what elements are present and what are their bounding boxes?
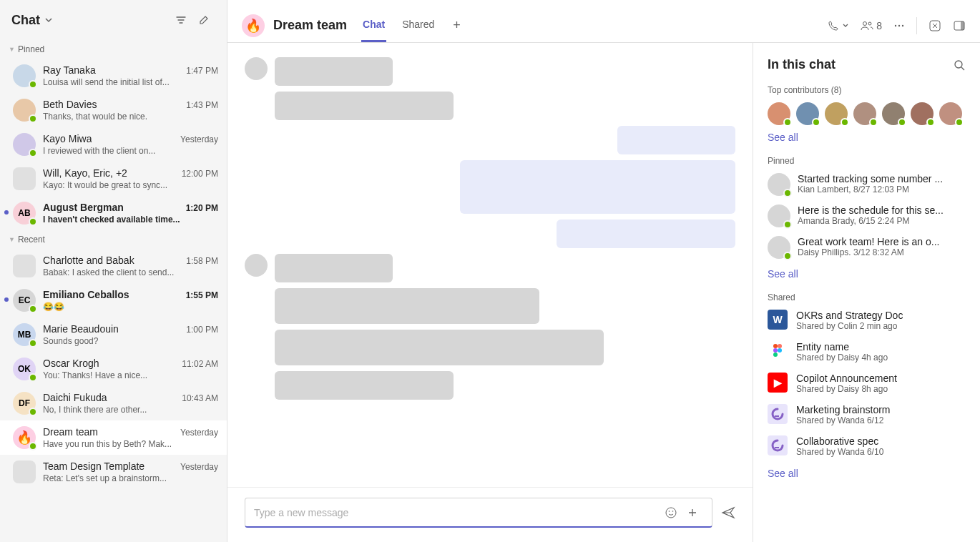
people-button[interactable]: 8 <box>861 20 882 31</box>
recent-section-label[interactable]: ▼ Recent <box>0 230 227 249</box>
chat-preview: Babak: I asked the client to send... <box>43 267 218 277</box>
chevron-down-icon[interactable] <box>44 16 53 24</box>
chat-title: Dream team <box>273 18 347 33</box>
svg-point-11 <box>955 61 962 68</box>
shared-meta: Shared by Daisy 4h ago <box>796 353 966 363</box>
tab-shared[interactable]: Shared <box>401 9 436 42</box>
attach-icon[interactable] <box>682 506 703 519</box>
message-input[interactable] <box>254 507 660 518</box>
chat-list-item[interactable]: 🔥Dream teamYesterdayHave you run this by… <box>0 420 227 455</box>
chat-list-item[interactable]: ABAugust Bergman1:20 PMI haven't checked… <box>0 196 227 230</box>
avatar <box>13 460 36 483</box>
shared-meta: Shared by Wanda 6/12 <box>796 415 966 425</box>
pinned-title: Started tracking some number ... <box>798 173 966 184</box>
panel-toggle-icon[interactable] <box>953 19 966 32</box>
avatar <box>768 205 790 227</box>
chat-name: Charlotte and Babak <box>43 255 134 266</box>
shared-title: OKRs and Strategy Doc <box>796 310 966 321</box>
avatar[interactable] <box>939 102 962 125</box>
chat-time: 12:00 PM <box>182 169 218 179</box>
pinned-message[interactable]: Started tracking some number ...Kian Lam… <box>768 173 966 196</box>
avatar[interactable] <box>882 102 905 125</box>
message-bubble[interactable] <box>275 371 454 400</box>
chat-list-item[interactable]: DFDaichi Fukuda10:43 AMNo, I think there… <box>0 386 227 420</box>
chat-name: Emiliano Ceballos <box>43 289 129 300</box>
message-row <box>245 126 735 154</box>
chat-list-item[interactable]: OKOscar Krogh11:02 AMYou: Thanks! Have a… <box>0 352 227 386</box>
message-bubble[interactable] <box>275 254 393 282</box>
shared-title: Marketing brainstorm <box>796 404 966 415</box>
chat-time: 1:55 PM <box>186 290 218 300</box>
file-icon: ▶ <box>768 373 788 393</box>
avatar: OK <box>13 358 36 380</box>
conversation-area[interactable] <box>227 43 753 487</box>
svg-point-15 <box>778 348 782 353</box>
send-button[interactable] <box>721 506 735 520</box>
avatar <box>13 255 36 277</box>
see-all-contributors-link[interactable]: See all <box>768 132 798 143</box>
message-bubble[interactable] <box>557 220 735 248</box>
avatar[interactable] <box>796 102 819 125</box>
see-all-shared-link[interactable]: See all <box>768 468 798 479</box>
compose-box[interactable] <box>245 498 712 528</box>
shared-item[interactable]: Collaborative specShared by Wanda 6/10 <box>768 435 966 457</box>
shared-title: Copilot Announcement <box>796 373 966 384</box>
avatar: MB <box>13 323 36 346</box>
chat-list-item[interactable]: Charlotte and Babak1:58 PMBabak: I asked… <box>0 249 227 283</box>
pinned-message[interactable]: Great work team! Here is an o...Daisy Ph… <box>768 236 966 259</box>
emoji-icon[interactable] <box>660 506 682 519</box>
chat-list-item[interactable]: Beth Davies1:43 PMThanks, that would be … <box>0 93 227 127</box>
pinned-meta: Kian Lambert, 8/27 12:03 PM <box>798 184 966 194</box>
pinned-label: Pinned <box>768 156 966 166</box>
message-bubble[interactable] <box>460 160 735 214</box>
call-button[interactable] <box>828 20 849 31</box>
shared-item[interactable]: Marketing brainstormShared by Wanda 6/12 <box>768 404 966 425</box>
avatar[interactable] <box>911 102 934 125</box>
chat-list-item[interactable]: Kayo MiwaYesterdayI reviewed with the cl… <box>0 127 227 162</box>
message-bubble[interactable] <box>617 126 735 154</box>
chat-name: Dream team <box>43 426 98 438</box>
avatar[interactable] <box>853 102 876 125</box>
search-icon[interactable] <box>953 59 966 72</box>
svg-point-4 <box>902 24 903 26</box>
shared-item[interactable]: Entity nameShared by Daisy 4h ago <box>768 341 966 363</box>
chat-name: Kayo Miwa <box>43 133 92 144</box>
message-bubble[interactable] <box>275 92 454 120</box>
avatar[interactable] <box>825 102 848 125</box>
main-column: 🔥 Dream team Chat Shared + 8 <box>227 0 980 542</box>
chat-list-item[interactable]: Ray Tanaka1:47 PMLouisa will send the in… <box>0 59 227 93</box>
message-row <box>245 160 735 214</box>
filter-icon[interactable] <box>170 9 192 31</box>
message-bubble[interactable] <box>275 288 539 324</box>
tab-chat[interactable]: Chat <box>361 9 386 42</box>
svg-point-0 <box>863 21 867 25</box>
chat-preview: You: Thanks! Have a nice... <box>43 370 218 380</box>
add-tab-button[interactable]: + <box>450 18 464 33</box>
chat-name: Marie Beaudouin <box>43 323 119 335</box>
file-icon: W <box>768 310 788 330</box>
more-options-button[interactable] <box>893 20 905 31</box>
chat-time: 1:00 PM <box>186 325 218 335</box>
svg-point-2 <box>895 24 896 26</box>
avatar[interactable] <box>768 102 790 125</box>
pinned-message[interactable]: Here is the schedule for this se...Amand… <box>768 205 966 227</box>
compose-icon[interactable] <box>192 9 215 31</box>
see-all-pinned-link[interactable]: See all <box>768 268 798 280</box>
message-bubble[interactable] <box>275 330 604 365</box>
chat-list-item[interactable]: ECEmiliano Ceballos1:55 PM😂😂 <box>0 283 227 317</box>
file-icon <box>768 341 788 361</box>
shared-item[interactable]: WOKRs and Strategy DocShared by Colin 2 … <box>768 310 966 331</box>
chat-list-item[interactable]: Team Design TemplateYesterdayReta: Let's… <box>0 455 227 489</box>
shared-item[interactable]: ▶Copilot AnnouncementShared by Daisy 8h … <box>768 373 966 394</box>
message-bubble[interactable] <box>275 57 393 86</box>
header-tabs: Chat Shared + <box>361 9 464 42</box>
svg-point-8 <box>666 508 676 518</box>
svg-point-9 <box>669 511 670 512</box>
copilot-icon[interactable] <box>928 19 941 32</box>
shared-title: Collaborative spec <box>796 435 966 447</box>
chat-list-item[interactable]: Will, Kayo, Eric, +212:00 PMKayo: It wou… <box>0 162 227 196</box>
chat-name: Team Design Template <box>43 460 144 472</box>
pinned-section-label[interactable]: ▼ Pinned <box>0 40 227 59</box>
chat-list[interactable]: ▼ Pinned Ray Tanaka1:47 PMLouisa will se… <box>0 40 227 542</box>
chat-list-item[interactable]: MBMarie Beaudouin1:00 PMSounds good? <box>0 317 227 352</box>
